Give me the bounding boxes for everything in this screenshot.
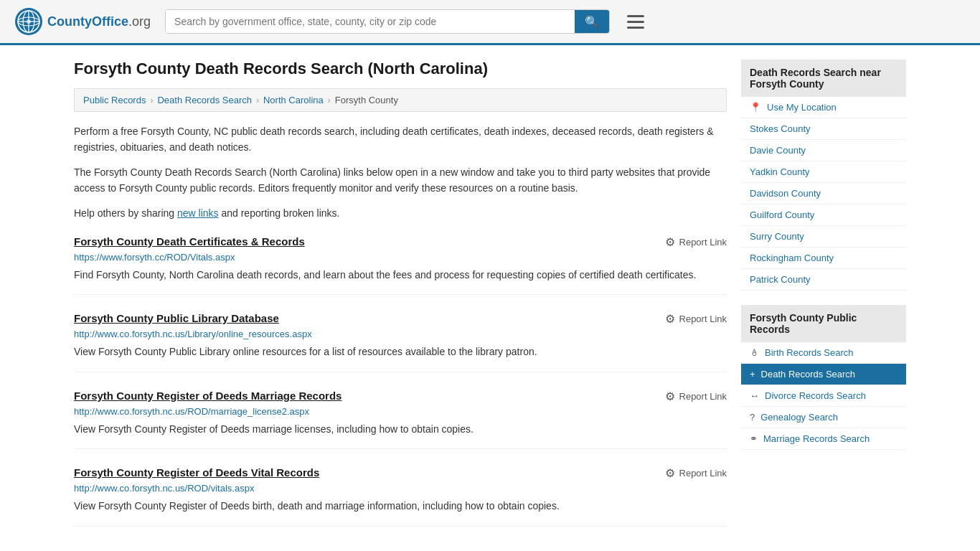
breadcrumb-forsyth-county: Forsyth County [335, 95, 398, 105]
page-title: Forsyth County Death Records Search (Nor… [74, 60, 727, 78]
public-record-link-3[interactable]: Genealogy Search [760, 412, 838, 423]
search-button[interactable]: 🔍 [575, 10, 609, 33]
public-record-item[interactable]: ⚭ Marriage Records Search [741, 428, 906, 450]
result-url-0[interactable]: https://www.forsyth.cc/ROD/Vitals.aspx [74, 252, 727, 263]
result-item: Forsyth County Public Library Database ⚙… [74, 312, 727, 372]
sidebar: Death Records Search near Forsyth County… [741, 60, 906, 544]
result-item: Forsyth County Register of Deeds Marriag… [74, 390, 727, 449]
report-link-label-2: Report Link [679, 391, 727, 402]
breadcrumb: Public Records › Death Records Search › … [74, 88, 727, 112]
main-container: Forsyth County Death Records Search (Nor… [60, 45, 920, 551]
public-record-icon-2: ↔ [750, 390, 759, 401]
breadcrumb-sep-1: › [150, 95, 153, 105]
public-record-link-4[interactable]: Marriage Records Search [763, 433, 870, 444]
result-url-2[interactable]: http://www.co.forsyth.nc.us/ROD/marriage… [74, 406, 727, 417]
public-records-section: Forsyth County Public Records 🕯 Birth Re… [741, 305, 906, 450]
public-record-icon-1: + [750, 369, 755, 380]
nearby-county-item: Surry County [741, 226, 906, 248]
breadcrumb-sep-2: › [256, 95, 259, 105]
nearby-county-link-4[interactable]: Guilford County [750, 209, 814, 220]
nearby-county-link-7[interactable]: Patrick County [750, 274, 811, 285]
public-record-item[interactable]: ? Genealogy Search [741, 407, 906, 428]
nearby-county-link-5[interactable]: Surry County [750, 231, 804, 242]
logo-text: CountyOffice.org [47, 14, 151, 29]
result-title-3[interactable]: Forsyth County Register of Deeds Vital R… [74, 466, 319, 479]
report-link-button-3[interactable]: ⚙ Report Link [665, 466, 727, 480]
breadcrumb-sep-3: › [328, 95, 331, 105]
search-icon: 🔍 [585, 16, 599, 28]
result-title-2[interactable]: Forsyth County Register of Deeds Marriag… [74, 390, 341, 402]
public-record-icon-3: ? [750, 412, 755, 423]
result-desc-0: Find Forsyth County, North Carolina deat… [74, 267, 727, 283]
new-links-link[interactable]: new links [177, 207, 219, 219]
results-list: Forsyth County Death Certificates & Reco… [74, 235, 727, 527]
nearby-header: Death Records Search near Forsyth County [741, 60, 906, 97]
result-header: Forsyth County Register of Deeds Vital R… [74, 466, 727, 480]
nearby-county-item: Rockingham County [741, 248, 906, 269]
svg-point-6 [27, 19, 31, 24]
result-desc-3: View Forsyth County Register of Deeds bi… [74, 498, 727, 514]
nearby-county-link-0[interactable]: Stokes County [750, 123, 811, 134]
public-record-icon-0: 🕯 [750, 347, 759, 358]
search-input[interactable] [166, 10, 575, 33]
nearby-county-item: Stokes County [741, 118, 906, 140]
report-icon-2: ⚙ [665, 390, 675, 403]
public-record-icon-4: ⚭ [750, 433, 758, 444]
result-desc-1: View Forsyth County Public Library onlin… [74, 344, 727, 359]
result-desc-2: View Forsyth County Register of Deeds ma… [74, 421, 727, 437]
help-text: Help others by sharing new links and rep… [74, 205, 727, 221]
nearby-section: Death Records Search near Forsyth County… [741, 60, 906, 291]
result-url-3[interactable]: http://www.co.forsyth.nc.us/ROD/vitals.a… [74, 483, 727, 494]
nearby-counties-list: Stokes CountyDavie CountyYadkin CountyDa… [741, 118, 906, 291]
nearby-county-item: Davidson County [741, 183, 906, 204]
menu-bar-3 [627, 27, 644, 29]
public-record-item[interactable]: + Death Records Search [741, 364, 906, 385]
public-record-item[interactable]: 🕯 Birth Records Search [741, 342, 906, 364]
use-my-location[interactable]: 📍 Use My Location [741, 97, 906, 118]
result-url-1[interactable]: http://www.co.forsyth.nc.us/Library/onli… [74, 329, 727, 339]
report-link-label-1: Report Link [679, 314, 727, 324]
report-link-button-0[interactable]: ⚙ Report Link [665, 235, 727, 249]
report-icon-0: ⚙ [665, 235, 675, 249]
nearby-county-link-3[interactable]: Davidson County [750, 188, 821, 199]
use-location-link[interactable]: Use My Location [767, 102, 837, 113]
result-header: Forsyth County Public Library Database ⚙… [74, 312, 727, 326]
nearby-county-item: Yadkin County [741, 161, 906, 183]
logo-icon [14, 7, 43, 36]
hamburger-menu-button[interactable] [624, 12, 647, 32]
result-item: Forsyth County Register of Deeds Vital R… [74, 466, 727, 526]
nearby-county-item: Patrick County [741, 269, 906, 291]
nearby-county-item: Guilford County [741, 204, 906, 226]
result-title-1[interactable]: Forsyth County Public Library Database [74, 312, 279, 324]
public-record-item[interactable]: ↔ Divorce Records Search [741, 385, 906, 407]
logo[interactable]: CountyOffice.org [14, 7, 151, 36]
public-record-link-1[interactable]: Death Records Search [761, 369, 856, 380]
result-item: Forsyth County Death Certificates & Reco… [74, 235, 727, 295]
intro-description: Perform a free Forsyth County, NC public… [74, 123, 727, 156]
result-header: Forsyth County Register of Deeds Marriag… [74, 390, 727, 403]
breadcrumb-public-records[interactable]: Public Records [83, 95, 146, 105]
breadcrumb-death-records-search[interactable]: Death Records Search [157, 95, 252, 105]
nearby-county-link-1[interactable]: Davie County [750, 145, 806, 156]
result-header: Forsyth County Death Certificates & Reco… [74, 235, 727, 249]
report-link-button-2[interactable]: ⚙ Report Link [665, 390, 727, 403]
public-record-link-2[interactable]: Divorce Records Search [765, 390, 866, 401]
report-link-label-3: Report Link [679, 468, 727, 479]
report-icon-3: ⚙ [665, 466, 675, 480]
nearby-county-item: Davie County [741, 140, 906, 161]
report-link-button-1[interactable]: ⚙ Report Link [665, 312, 727, 326]
result-title-0[interactable]: Forsyth County Death Certificates & Reco… [74, 235, 305, 248]
menu-bar-1 [627, 15, 644, 17]
menu-bar-2 [627, 21, 644, 23]
content-area: Forsyth County Death Records Search (Nor… [74, 60, 727, 544]
search-container: 🔍 [165, 9, 610, 34]
public-record-link-0[interactable]: Birth Records Search [765, 347, 854, 358]
public-records-list: 🕯 Birth Records Search + Death Records S… [741, 342, 906, 450]
breadcrumb-north-carolina[interactable]: North Carolina [263, 95, 324, 105]
nearby-county-link-2[interactable]: Yadkin County [750, 166, 810, 177]
report-link-label-0: Report Link [679, 237, 727, 248]
nearby-county-link-6[interactable]: Rockingham County [750, 253, 834, 263]
location-icon: 📍 [750, 102, 761, 113]
public-records-header: Forsyth County Public Records [741, 305, 906, 342]
intro-description2: The Forsyth County Death Records Search … [74, 164, 727, 197]
